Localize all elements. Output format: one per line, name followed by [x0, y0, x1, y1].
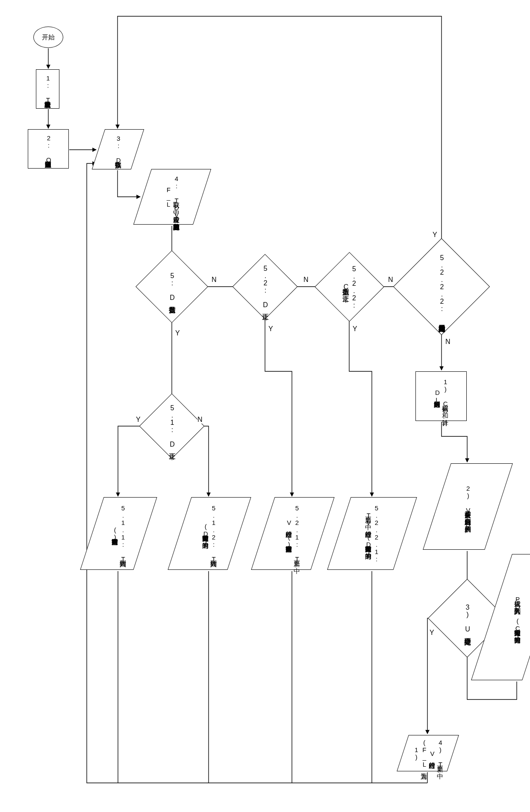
step-3: 3: 接收数据D — [92, 129, 144, 169]
decision-5-2-2-2-label: 5.2.2.2: 各级延时的对应用户均已推送完毕 — [437, 254, 446, 320]
decision-5-2-label: 5.2: D正常 — [261, 265, 270, 308]
step-5-2-1: 5.2.1: 更新T中V对应的行 (首次报警时间置为空) — [251, 497, 334, 570]
edge-51-y: Y — [136, 416, 141, 424]
edge-52-y: Y — [268, 325, 273, 333]
decision-5-2-2-label: 5.2.2: 上条数据C正常 — [341, 262, 358, 311]
step-3-label: 3: 接收数据D — [114, 135, 122, 164]
edge-51-n: N — [197, 416, 203, 424]
decision-5: 5: D是首条数据 — [146, 261, 197, 312]
edge-5-n: N — [212, 276, 217, 284]
step-5-1-2: 5.1.2: 插入行到T (首次报警时间置为D中的时间) — [168, 497, 251, 570]
step-2-label: 2: 建立报警消息推送队列Q — [44, 134, 53, 163]
substep-enqueue-label: 生成行P并入队列到Q (报警时间置为C的报警时间) — [513, 596, 521, 639]
decision-5-1-label: 5.1: D正常 — [168, 404, 177, 448]
decision-5-1: 5.1: D正常 — [149, 403, 195, 449]
substep-4-update-flag: 4) 更新T中V对应的行 (F_L置为1) — [397, 735, 459, 771]
step-5-2-2-1: 5.2.2.1: 更新T中V对应的行 (首次报警时间置为D中的时间) — [327, 497, 417, 570]
substep-1-calc-level: 1) 根据C和D计算D的推送延时级别L — [415, 371, 467, 421]
step-5-1-1: 5.1.1: 插入行到T (首次报警时间置为空) — [80, 497, 157, 570]
substep-2-label: 2) 获得所有关注了V且延时级别为L的用户列表U — [464, 485, 472, 528]
edge-522-n: N — [388, 276, 393, 284]
substep-4-label: 4) 更新T中V对应的行 (F_L置为1) — [412, 739, 444, 768]
step-5-1-2-label: 5.1.2: 插入行到T (首次报警时间置为D中的时间) — [201, 501, 218, 566]
edge-5-y: Y — [175, 329, 180, 337]
step-1-label: 1: 建立设备最新状态表T — [44, 74, 52, 104]
step-4: 4: 获取T中D对应设备V的各级延时的推送完成标志F_L — [133, 169, 211, 225]
start-label: 开始 — [42, 33, 55, 41]
start-terminator: 开始 — [33, 27, 63, 48]
decision-5-label: 5: D是首条数据 — [168, 272, 177, 301]
step-5-1-1-label: 5.1.1: 插入行到T (首次报警时间置为空) — [111, 501, 127, 566]
decision-5-2-2: 5.2.2: 上条数据C正常 — [325, 262, 374, 311]
decision-5-2: 5.2: D正常 — [242, 264, 288, 310]
edge-5222-y: Y — [433, 231, 437, 239]
edge-5222-n: N — [445, 338, 450, 346]
step-4-label: 4: 获取T中D对应设备V的各级延时的推送完成标志F_L — [164, 173, 180, 221]
edge-522-y: Y — [353, 325, 357, 333]
step-1: 1: 建立设备最新状态表T — [36, 69, 59, 109]
step-5-2-2-1-label: 5.2.2.1: 更新T中V对应的行 (首次报警时间置为D中的时间) — [364, 501, 380, 566]
edge-users-y: Y — [430, 629, 434, 637]
step-5-2-1-label: 5.2.1: 更新T中V对应的行 (首次报警时间置为空) — [285, 501, 301, 566]
decision-users-label: 3) U是否处理完毕 — [463, 604, 472, 633]
decision-5-2-2-2: 5.2.2.2: 各级延时的对应用户均已推送完毕 — [407, 252, 476, 321]
substep-1-label: 1) 根据C和D计算D的推送延时级别L — [433, 375, 449, 417]
edge-52-n: N — [303, 276, 309, 284]
substep-2-user-list: 2) 获得所有关注了V且延时级别为L的用户列表U — [423, 463, 513, 550]
step-2: 2: 建立报警消息推送队列Q — [28, 129, 69, 169]
